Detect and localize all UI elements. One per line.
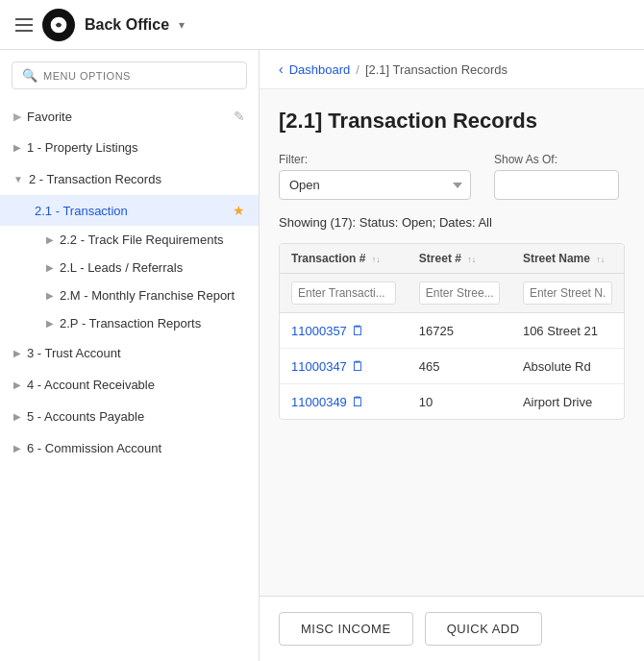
transaction-num-cell: 11000357 🗒	[280, 313, 408, 349]
chevron-right-icon: ▶	[46, 262, 54, 273]
street-num-cell: 465	[408, 349, 511, 384]
chevron-right-icon: ▶	[46, 290, 54, 301]
search-input[interactable]	[43, 70, 236, 82]
col-street-name: Street Name ↑↓	[511, 244, 624, 274]
sidebar-item-label: 5 - Accounts Payable	[27, 409, 144, 424]
street-name-cell: Airport Drive	[511, 384, 624, 420]
chevron-down-icon: ▼	[13, 174, 23, 184]
chevron-right-icon: ▶	[13, 443, 21, 453]
filter-transaction-num-input[interactable]	[291, 282, 396, 305]
sidebar-item-accounts-payable[interactable]: ▶ 5 - Accounts Payable	[0, 401, 259, 432]
sidebar-item-transaction-records[interactable]: ▼ 2 - Transaction Records	[0, 163, 259, 195]
search-icon: 🔍	[22, 68, 37, 83]
table-header-row: Transaction # ↑↓ Street # ↑↓ Street Name…	[280, 244, 624, 274]
quick-add-button[interactable]: QUICK ADD	[425, 612, 542, 646]
col-transaction-num: Transaction # ↑↓	[280, 244, 408, 274]
table-row: 11000347 🗒 465 Absolute Rd	[280, 349, 624, 384]
edit-icon[interactable]: ✎	[234, 109, 245, 124]
sidebar-item-label: 4 - Account Receivable	[27, 378, 155, 392]
street-name-cell: Absolute Rd	[511, 349, 624, 384]
sidebar-subitem-label: 2.M - Monthly Franchise Report	[60, 288, 235, 303]
sidebar-subitem-transaction[interactable]: 2.1 - Transaction ★	[0, 195, 259, 226]
hamburger-menu-icon[interactable]	[15, 18, 33, 32]
main-content: ‹ Dashboard / [2.1] Transaction Records …	[260, 50, 644, 661]
show-as-of-label: Show As Of:	[494, 153, 619, 166]
show-as-of-group: Show As Of: 12/01/2023	[494, 153, 619, 200]
table-row: 11000357 🗒 16725 106 Street 21	[280, 313, 624, 349]
sort-icon[interactable]: ↑↓	[372, 255, 381, 264]
note-icon: 🗒	[351, 394, 364, 409]
col-street-num: Street # ↑↓	[408, 244, 511, 274]
street-name-cell: 106 Street 21	[511, 313, 624, 349]
sidebar-subitem-track-file[interactable]: ▶ 2.2 - Track File Requirements	[0, 226, 259, 254]
filter-street-num-input[interactable]	[419, 282, 500, 305]
sidebar-subitem-leads[interactable]: ▶ 2.L - Leads / Referrals	[0, 254, 259, 282]
table-row: 11000349 🗒 10 Airport Drive	[280, 384, 624, 420]
show-as-of-input[interactable]: 12/01/2023	[494, 170, 619, 200]
favorite-chevron-icon: ▶	[13, 110, 21, 123]
chevron-right-icon: ▶	[13, 142, 21, 153]
sidebar-subitem-label: 2.L - Leads / Referrals	[60, 260, 183, 275]
chevron-right-icon: ▶	[13, 379, 21, 390]
transactions-table: Transaction # ↑↓ Street # ↑↓ Street Name…	[280, 244, 624, 419]
chevron-right-icon: ▶	[46, 234, 54, 245]
sidebar-item-commission-account[interactable]: ▶ 6 - Commission Account	[0, 432, 259, 464]
transaction-link[interactable]: 11000357 🗒	[291, 323, 396, 338]
filter-row: Filter: Open Closed All Show As Of: 12/0…	[279, 153, 625, 200]
chevron-right-icon: ▶	[13, 411, 21, 422]
sidebar-item-label: 1 - Property Listings	[27, 140, 138, 155]
favorite-label: Favorite	[27, 110, 72, 124]
sidebar-item-account-receivable[interactable]: ▶ 4 - Account Receivable	[0, 369, 259, 401]
sort-icon[interactable]: ↑↓	[596, 255, 605, 264]
app-title: Back Office	[85, 16, 169, 34]
transaction-link[interactable]: 11000347 🗒	[291, 358, 396, 374]
filter-select[interactable]: Open Closed All	[279, 170, 471, 200]
sidebar-subitem-label: 2.P - Transaction Reports	[60, 316, 201, 330]
breadcrumb-separator: /	[356, 62, 359, 77]
sidebar-subitem-transaction-reports[interactable]: ▶ 2.P - Transaction Reports	[0, 309, 259, 337]
misc-income-button[interactable]: MISC INCOME	[279, 612, 413, 646]
breadcrumb-current: [2.1] Transaction Records	[365, 62, 508, 77]
filter-street-name-input[interactable]	[523, 282, 612, 305]
filter-street-name-cell	[511, 274, 624, 313]
page-title: [2.1] Transaction Records	[279, 109, 625, 134]
chevron-right-icon: ▶	[46, 318, 54, 329]
transaction-num-cell: 11000349 🗒	[280, 384, 408, 420]
note-icon: 🗒	[351, 358, 364, 374]
sidebar-subitem-label: 2.1 - Transaction	[35, 204, 128, 218]
sidebar-item-label: 3 - Trust Account	[27, 346, 121, 360]
transaction-num-cell: 11000347 🗒	[280, 349, 408, 384]
sidebar-item-trust-account[interactable]: ▶ 3 - Trust Account	[0, 337, 259, 369]
header-chevron-icon[interactable]: ▾	[179, 18, 185, 32]
sidebar-item-label: 2 - Transaction Records	[29, 172, 161, 186]
filter-transaction-num-cell	[280, 274, 408, 313]
top-header: Back Office ▾	[0, 0, 644, 50]
filter-label: Filter:	[279, 153, 471, 166]
sidebar-favorite-section[interactable]: ▶ Favorite ✎	[0, 101, 259, 132]
chevron-right-icon: ▶	[13, 348, 21, 358]
sidebar-item-property-listings[interactable]: ▶ 1 - Property Listings	[0, 132, 259, 163]
app-logo	[42, 9, 75, 41]
breadcrumb-home-link[interactable]: Dashboard	[289, 62, 351, 77]
sidebar-subitem-label: 2.2 - Track File Requirements	[60, 233, 224, 247]
sidebar-search-container[interactable]: 🔍	[12, 61, 247, 89]
breadcrumb: ‹ Dashboard / [2.1] Transaction Records	[260, 50, 644, 89]
sidebar-item-label: 6 - Commission Account	[27, 441, 161, 455]
status-line: Showing (17): Status: Open; Dates: All	[279, 215, 625, 230]
transactions-table-container: Transaction # ↑↓ Street # ↑↓ Street Name…	[279, 243, 625, 420]
sidebar-subitem-monthly[interactable]: ▶ 2.M - Monthly Franchise Report	[0, 282, 259, 309]
sort-icon[interactable]: ↑↓	[467, 255, 476, 264]
table-body: 11000357 🗒 16725 106 Street 21 11000347	[280, 313, 624, 420]
sidebar: 🔍 ▶ Favorite ✎ ▶ 1 - Property Listings ▼…	[0, 50, 260, 661]
star-icon: ★	[233, 203, 245, 218]
transaction-link[interactable]: 11000349 🗒	[291, 394, 396, 409]
street-num-cell: 10	[408, 384, 511, 420]
page-content-area: [2.1] Transaction Records Filter: Open C…	[260, 89, 644, 596]
breadcrumb-back-icon: ‹	[279, 61, 284, 77]
table-filter-row	[280, 274, 624, 313]
street-num-cell: 16725	[408, 313, 511, 349]
bottom-buttons-bar: MISC INCOME QUICK ADD	[260, 596, 644, 661]
filter-group: Filter: Open Closed All	[279, 153, 471, 200]
note-icon: 🗒	[351, 323, 364, 338]
filter-street-num-cell	[408, 274, 511, 313]
